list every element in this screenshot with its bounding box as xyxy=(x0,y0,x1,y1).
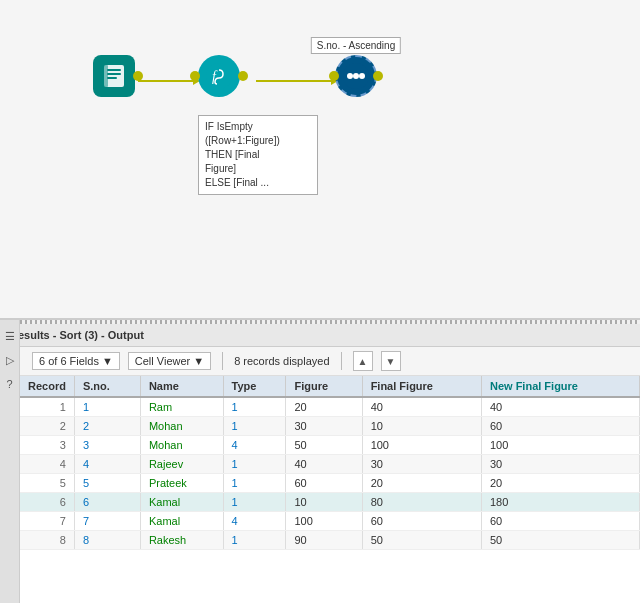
sort-left-connector xyxy=(329,71,339,81)
cell-sno: 1 xyxy=(74,397,140,417)
cell-record: 3 xyxy=(20,436,74,455)
cell-name: Ram xyxy=(140,397,223,417)
cell-type: 1 xyxy=(223,474,286,493)
results-header: Results - Sort (3) - Output xyxy=(0,324,640,347)
sort-node-icon xyxy=(335,55,377,97)
cell-record: 8 xyxy=(20,531,74,550)
cell-type: 4 xyxy=(223,436,286,455)
table-row: 7 7 Kamal 4 100 60 60 xyxy=(20,512,640,531)
data-table-wrapper: Record S.no. Name Type Figure Final Figu… xyxy=(20,376,640,603)
table-row: 8 8 Rakesh 1 90 50 50 xyxy=(20,531,640,550)
cell-new-final-figure: 50 xyxy=(481,531,639,550)
cell-new-final-figure: 30 xyxy=(481,455,639,474)
cell-final-figure: 60 xyxy=(362,512,481,531)
cell-type: 4 xyxy=(223,512,286,531)
cell-new-final-figure: 20 xyxy=(481,474,639,493)
input-right-connector xyxy=(133,71,143,81)
col-header-final-figure: Final Figure xyxy=(362,376,481,397)
cell-final-figure: 100 xyxy=(362,436,481,455)
formula-left-connector xyxy=(190,71,200,81)
cell-name: Rajeev xyxy=(140,455,223,474)
results-panel: Results - Sort (3) - Output ☰ 6 of 6 Fie… xyxy=(0,324,640,603)
cell-final-figure: 50 xyxy=(362,531,481,550)
cell-figure: 60 xyxy=(286,474,362,493)
svg-rect-7 xyxy=(107,77,117,79)
records-count: 8 records displayed xyxy=(234,355,329,367)
fields-selector-button[interactable]: 6 of 6 Fields ▼ xyxy=(32,352,120,370)
cell-record: 5 xyxy=(20,474,74,493)
cell-sno: 5 xyxy=(74,474,140,493)
cell-record: 2 xyxy=(20,417,74,436)
cell-final-figure: 40 xyxy=(362,397,481,417)
sort-node[interactable]: S.no. - Ascending xyxy=(335,55,377,97)
cell-sno: 7 xyxy=(74,512,140,531)
cell-sno: 6 xyxy=(74,493,140,512)
col-header-record: Record xyxy=(20,376,74,397)
cell-record: 4 xyxy=(20,455,74,474)
cell-type: 1 xyxy=(223,493,286,512)
cell-name: Mohan xyxy=(140,417,223,436)
cell-new-final-figure: 40 xyxy=(481,397,639,417)
cell-figure: 50 xyxy=(286,436,362,455)
cell-type: 1 xyxy=(223,417,286,436)
formula-node-icon: f xyxy=(198,55,240,97)
viewer-label: Cell Viewer xyxy=(135,355,190,367)
input-node-icon xyxy=(93,55,135,97)
formula-label: IF IsEmpty([Row+1:Figure])THEN [FinalFig… xyxy=(198,115,318,195)
cell-type: 1 xyxy=(223,531,286,550)
svg-point-14 xyxy=(359,73,365,79)
toolbar-separator-2 xyxy=(341,352,342,370)
table-row: 1 1 Ram 1 20 40 40 xyxy=(20,397,640,417)
col-header-sno: S.no. xyxy=(74,376,140,397)
cell-record: 6 xyxy=(20,493,74,512)
table-row: 3 3 Mohan 4 50 100 100 xyxy=(20,436,640,455)
table-row: 2 2 Mohan 1 30 10 60 xyxy=(20,417,640,436)
fields-dropdown-icon: ▼ xyxy=(102,355,113,367)
cell-new-final-figure: 60 xyxy=(481,512,639,531)
cell-final-figure: 20 xyxy=(362,474,481,493)
formula-node[interactable]: f IF IsEmpty([Row+1:Figure])THEN [FinalF… xyxy=(198,55,240,97)
cell-final-figure: 30 xyxy=(362,455,481,474)
canvas-area: f IF IsEmpty([Row+1:Figure])THEN [FinalF… xyxy=(0,0,640,320)
svg-rect-8 xyxy=(104,65,108,87)
toolbar-separator-1 xyxy=(222,352,223,370)
cell-name: Rakesh xyxy=(140,531,223,550)
nav-down-button[interactable]: ▼ xyxy=(381,351,401,371)
cell-final-figure: 80 xyxy=(362,493,481,512)
cell-new-final-figure: 100 xyxy=(481,436,639,455)
formula-right-connector xyxy=(238,71,248,81)
cell-type: 1 xyxy=(223,455,286,474)
cell-sno: 8 xyxy=(74,531,140,550)
col-header-figure: Figure xyxy=(286,376,362,397)
sort-right-connector xyxy=(373,71,383,81)
results-toolbar: ☰ 6 of 6 Fields ▼ Cell Viewer ▼ 8 record… xyxy=(0,347,640,376)
svg-point-9 xyxy=(206,63,232,89)
cell-figure: 20 xyxy=(286,397,362,417)
help-icon[interactable]: ? xyxy=(2,376,18,392)
table-row: 6 6 Kamal 1 10 80 180 xyxy=(20,493,640,512)
cell-name: Kamal xyxy=(140,493,223,512)
viewer-selector-button[interactable]: Cell Viewer ▼ xyxy=(128,352,211,370)
col-header-type: Type xyxy=(223,376,286,397)
col-header-name: Name xyxy=(140,376,223,397)
cell-figure: 100 xyxy=(286,512,362,531)
nav-up-button[interactable]: ▲ xyxy=(353,351,373,371)
col-header-new-final-figure: New Final Figure xyxy=(481,376,639,397)
cell-name: Kamal xyxy=(140,512,223,531)
cell-sno: 2 xyxy=(74,417,140,436)
viewer-dropdown-icon: ▼ xyxy=(193,355,204,367)
cell-figure: 40 xyxy=(286,455,362,474)
table-row: 5 5 Prateek 1 60 20 20 xyxy=(20,474,640,493)
cell-record: 7 xyxy=(20,512,74,531)
cell-final-figure: 10 xyxy=(362,417,481,436)
table-header-row: Record S.no. Name Type Figure Final Figu… xyxy=(20,376,640,397)
svg-rect-6 xyxy=(107,73,121,75)
cell-record: 1 xyxy=(20,397,74,417)
fields-selector-label: 6 of 6 Fields xyxy=(39,355,99,367)
input-node[interactable] xyxy=(93,55,135,97)
cell-type: 1 xyxy=(223,397,286,417)
cell-figure: 10 xyxy=(286,493,362,512)
svg-rect-5 xyxy=(107,69,121,71)
cell-new-final-figure: 180 xyxy=(481,493,639,512)
cell-figure: 30 xyxy=(286,417,362,436)
